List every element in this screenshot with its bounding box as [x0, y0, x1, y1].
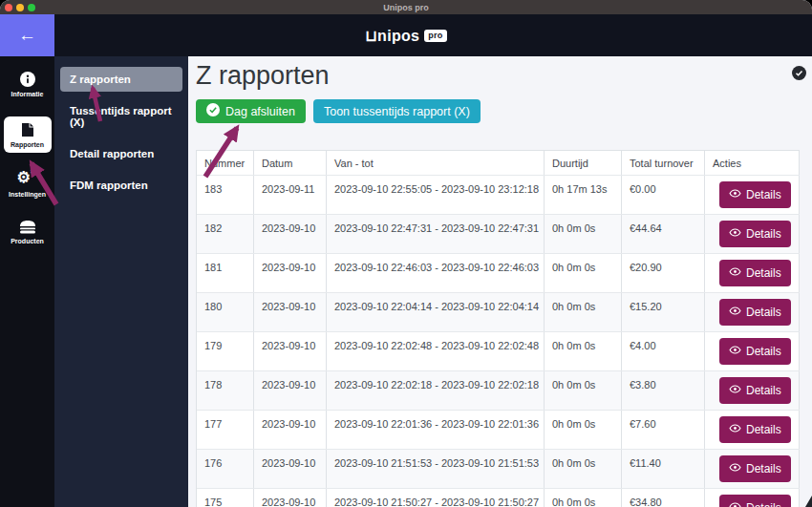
minimize-window-button[interactable] — [16, 4, 24, 11]
cell-datum: 2023-09-10 — [254, 371, 327, 410]
cell-turnover: €34.80 — [622, 489, 705, 507]
cell-van-tot: 2023-09-10 22:02:18 - 2023-09-10 22:02:1… — [327, 371, 545, 410]
check-circle-icon — [792, 66, 806, 80]
cursor-fragment — [805, 496, 812, 507]
cell-acties: Details — [705, 215, 800, 253]
cell-duurtijd: 0h 0m 0s — [545, 450, 622, 488]
cell-van-tot: 2023-09-10 22:47:31 - 2023-09-10 22:47:3… — [327, 215, 545, 253]
cell-datum: 2023-09-10 — [254, 411, 327, 449]
details-button[interactable]: Details — [719, 299, 791, 326]
cell-turnover: €7.60 — [622, 411, 705, 449]
sidebar-item-producten[interactable]: Producten — [11, 221, 44, 244]
cell-acties: Details — [705, 371, 800, 410]
cell-turnover: €4.00 — [622, 332, 705, 370]
cell-datum: 2023-09-10 — [254, 332, 327, 370]
cell-nummer: 182 — [197, 215, 254, 253]
sidebar-item-instellingen[interactable]: ⚙⚙ Instellingen — [9, 172, 46, 198]
details-button[interactable]: Details — [719, 495, 791, 507]
cell-van-tot: 2023-09-10 22:04:14 - 2023-09-10 22:04:1… — [327, 293, 545, 331]
cell-nummer: 178 — [197, 371, 254, 410]
close-day-button[interactable]: Dag afsluiten — [196, 99, 306, 123]
table-row: 176 2023-09-10 2023-09-10 21:51:53 - 202… — [197, 450, 800, 489]
details-button[interactable]: Details — [719, 455, 791, 482]
details-button[interactable]: Details — [719, 181, 791, 208]
document-icon — [21, 122, 34, 138]
zoom-window-button[interactable] — [28, 4, 35, 11]
sidebar-item-informatie[interactable]: Informatie — [11, 72, 44, 97]
column-header-van-tot: Van - tot — [327, 151, 545, 175]
table-row: 180 2023-09-10 2023-09-10 22:04:14 - 202… — [197, 293, 800, 332]
cell-acties: Details — [705, 411, 800, 449]
cell-duurtijd: 0h 0m 0s — [545, 293, 622, 331]
cell-nummer: 176 — [197, 450, 254, 488]
table-row: 177 2023-09-10 2023-09-10 22:01:36 - 202… — [197, 411, 800, 450]
cell-nummer: 181 — [197, 254, 254, 292]
eye-icon — [729, 344, 741, 359]
sidebar-item-label: Informatie — [11, 91, 44, 97]
cell-turnover: €15.20 — [622, 293, 705, 331]
submenu-item-fdm-rapporten[interactable]: FDM rapporten — [60, 173, 182, 198]
close-day-button-label: Dag afsluiten — [225, 105, 295, 118]
logo-text: ⊔nipos — [365, 27, 419, 45]
eye-icon — [729, 383, 741, 398]
window-title: Unipos pro — [383, 3, 429, 12]
back-button[interactable]: ← — [0, 14, 54, 56]
info-icon — [20, 72, 35, 88]
details-button[interactable]: Details — [719, 260, 791, 286]
details-button-label: Details — [746, 423, 781, 436]
window-controls — [5, 4, 35, 11]
details-button-label: Details — [746, 227, 781, 241]
close-window-button[interactable] — [5, 4, 12, 11]
cell-van-tot: 2023-09-10 22:55:05 - 2023-09-10 23:12:1… — [327, 176, 545, 214]
submenu-item-z-rapporten[interactable]: Z rapporten — [60, 67, 182, 92]
eye-icon — [729, 187, 741, 202]
sidebar-item-rapporten[interactable]: Rapporten — [4, 116, 52, 153]
cell-van-tot: 2023-09-10 22:46:03 - 2023-09-10 22:46:0… — [327, 254, 545, 292]
show-interim-report-label: Toon tussentijds rapport (X) — [324, 105, 470, 118]
cell-nummer: 177 — [197, 411, 254, 449]
back-arrow-icon: ← — [18, 25, 36, 46]
sidebar-item-label: Instellingen — [9, 191, 46, 198]
details-button-label: Details — [746, 306, 781, 319]
column-header-datum: Datum — [254, 151, 327, 175]
titlebar: Unipos pro — [0, 0, 812, 14]
check-circle-icon — [206, 103, 220, 119]
details-button[interactable]: Details — [719, 338, 791, 365]
show-interim-report-button[interactable]: Toon tussentijds rapport (X) — [313, 99, 481, 123]
table-row: 175 2023-09-10 2023-09-10 21:50:27 - 202… — [197, 489, 800, 507]
eye-icon — [729, 500, 741, 507]
details-button-label: Details — [746, 266, 781, 280]
table-row: 178 2023-09-10 2023-09-10 22:02:18 - 202… — [197, 371, 800, 411]
submenu-item-tussentijds-rapport[interactable]: Tussentijds rapport (X) — [60, 98, 182, 135]
details-button[interactable]: Details — [719, 416, 791, 443]
cell-turnover: €3.80 — [622, 371, 705, 410]
app-window: Unipos pro ← ⊔nipos pro Informatie — [0, 0, 812, 507]
cell-nummer: 183 — [197, 176, 254, 214]
cell-datum: 2023-09-10 — [254, 489, 327, 507]
cell-acties: Details — [705, 254, 800, 292]
cell-duurtijd: 0h 17m 13s — [545, 176, 622, 214]
eye-icon — [729, 226, 741, 242]
eye-icon — [729, 461, 741, 476]
table-header-row: Nummer Datum Van - tot Duurtijd Total tu… — [197, 151, 800, 176]
table-row: 181 2023-09-10 2023-09-10 22:46:03 - 202… — [197, 254, 800, 293]
burger-icon — [19, 221, 36, 235]
main-content: Z rapporten Dag afsluiten — [188, 56, 812, 507]
cell-van-tot: 2023-09-10 22:02:48 - 2023-09-10 22:02:4… — [327, 332, 545, 370]
details-button[interactable]: Details — [719, 377, 791, 404]
cell-nummer: 179 — [197, 332, 254, 370]
cell-acties: Details — [705, 489, 800, 507]
cell-turnover: €0.00 — [622, 176, 705, 214]
cell-van-tot: 2023-09-10 21:51:53 - 2023-09-10 21:51:5… — [327, 450, 545, 488]
cell-duurtijd: 0h 0m 0s — [545, 332, 622, 370]
column-header-duurtijd: Duurtijd — [545, 151, 622, 175]
z-reports-table: Nummer Datum Van - tot Duurtijd Total tu… — [196, 150, 800, 507]
reports-submenu: Z rapporten Tussentijds rapport (X) Deta… — [54, 56, 188, 507]
submenu-item-detail-rapporten[interactable]: Detail rapporten — [60, 141, 182, 166]
details-button[interactable]: Details — [719, 221, 791, 247]
cell-acties: Details — [705, 450, 800, 488]
details-button-label: Details — [746, 188, 781, 201]
cell-datum: 2023-09-10 — [254, 450, 327, 488]
column-header-nummer: Nummer — [197, 151, 254, 175]
cell-nummer: 175 — [197, 489, 254, 507]
